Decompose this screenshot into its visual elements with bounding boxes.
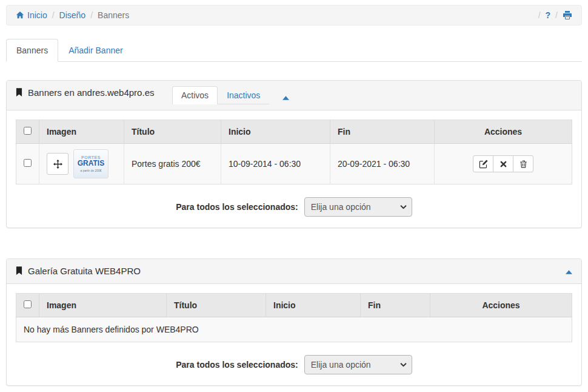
x-icon (500, 161, 507, 167)
panel-gallery-heading: Galería Gratuita WEB4PRO (7, 259, 581, 284)
breadcrumb-separator: / (90, 10, 93, 20)
main-tabs: Banners Añadir Banner (6, 39, 582, 62)
print-button[interactable] (563, 10, 572, 20)
panel-body: Imagen Título Inicio Fin Acciones No hay… (7, 284, 581, 385)
caret-up-icon (566, 270, 572, 274)
drag-handle[interactable] (47, 153, 68, 175)
breadcrumb-separator: / (52, 10, 55, 20)
collapse-button[interactable] (566, 266, 572, 276)
panel-body: Imagen Título Inicio Fin Acciones (7, 110, 581, 228)
column-header-acciones: Acciones (435, 120, 572, 144)
tab-banners[interactable]: Banners (6, 39, 58, 62)
column-header-imagen: Imagen (39, 293, 167, 317)
breadcrumb-label: Diseño (59, 10, 86, 20)
deactivate-button[interactable] (493, 155, 513, 172)
page: Inicio / Diseño / Banners / ? / Banners … (0, 0, 588, 391)
banners-table: Imagen Título Inicio Fin Acciones (16, 120, 572, 184)
bulk-actions-select-wrap: Elija una opción (304, 355, 412, 374)
bulk-actions-label: Para todos los seleccionados: (176, 202, 298, 212)
caret-up-icon (282, 96, 289, 100)
bulk-actions: Para todos los seleccionados: Elija una … (16, 355, 572, 374)
bulk-actions-select[interactable]: Elija una opción (304, 355, 412, 374)
header-checkbox-cell (16, 293, 39, 317)
bulk-actions-select[interactable]: Elija una opción (304, 197, 412, 217)
breadcrumb-item-inicio[interactable]: Inicio (16, 10, 47, 20)
row-title-cell: Portes gratis 200€ (124, 144, 221, 184)
select-all-checkbox[interactable] (24, 300, 32, 308)
breadcrumb-label: Inicio (27, 10, 47, 20)
thumbnail-text: a partir de 200€ (80, 169, 101, 172)
bookmark-icon (16, 266, 22, 275)
bulk-actions: Para todos los seleccionados: Elija una … (16, 197, 572, 217)
gallery-table: Imagen Título Inicio Fin Acciones No hay… (16, 293, 572, 342)
row-start-cell: 10-09-2014 - 06:30 (221, 144, 330, 184)
row-actions-cell (435, 144, 572, 184)
row-end-cell: 20-09-2021 - 06:30 (330, 144, 435, 184)
panel-title: Banners en andres.web4pro.es (16, 86, 166, 100)
header-checkbox-cell (16, 120, 39, 144)
bulk-actions-label: Para todos los seleccionados: (176, 360, 298, 370)
breadcrumb-item-diseno[interactable]: Diseño (59, 10, 86, 20)
empty-message: No hay más Banners definidos por WEB4PRO (16, 317, 572, 342)
edit-icon (479, 160, 488, 169)
column-header-inicio: Inicio (221, 120, 330, 144)
row-checkbox-cell (16, 144, 39, 184)
panel-active-banners: Banners en andres.web4pro.es Activos Ina… (6, 80, 582, 228)
table-header-row: Imagen Título Inicio Fin Acciones (16, 293, 572, 317)
banner-thumbnail[interactable]: PORTES GRATIS a partir de 200€ (73, 149, 109, 178)
panel-title: Galería Gratuita WEB4PRO (16, 265, 566, 278)
table-header-row: Imagen Título Inicio Fin Acciones (16, 120, 572, 144)
breadcrumb: Inicio / Diseño / Banners / ? / (6, 5, 582, 25)
panel-gallery: Galería Gratuita WEB4PRO Imagen Título I… (6, 259, 582, 386)
column-header-titulo: Título (167, 293, 266, 317)
subtab-inactivos[interactable]: Inactivos (218, 86, 269, 104)
edit-button[interactable] (473, 155, 493, 172)
printer-icon (563, 10, 572, 20)
help-button[interactable]: ? (546, 10, 551, 20)
empty-row: No hay más Banners definidos por WEB4PRO (16, 317, 572, 342)
column-header-inicio: Inicio (266, 293, 361, 317)
breadcrumb-separator: / (555, 10, 558, 20)
row-imagen-cell: PORTES GRATIS a partir de 200€ (39, 144, 124, 184)
delete-button[interactable] (513, 155, 533, 172)
trash-icon (520, 160, 527, 168)
column-header-fin: Fin (330, 120, 435, 144)
breadcrumb-item-banners: Banners (98, 10, 129, 20)
tab-anadir-banner[interactable]: Añadir Banner (58, 39, 133, 62)
status-subtabs: Activos Inactivos (172, 86, 269, 104)
bulk-actions-select-wrap: Elija una opción (304, 197, 412, 217)
column-header-titulo: Título (124, 120, 221, 144)
thumbnail-text: GRATIS (78, 160, 104, 167)
panel-title-text: Galería Gratuita WEB4PRO (28, 265, 141, 278)
subtab-activos[interactable]: Activos (172, 86, 218, 104)
column-header-fin: Fin (361, 293, 430, 317)
column-header-imagen: Imagen (39, 120, 124, 144)
row-checkbox[interactable] (24, 159, 32, 167)
collapse-button[interactable] (282, 92, 289, 102)
panel-title-text: Banners en andres.web4pro.es (28, 86, 154, 100)
column-header-acciones: Acciones (430, 293, 572, 317)
panel-active-banners-heading: Banners en andres.web4pro.es Activos Ina… (7, 81, 581, 110)
breadcrumb-separator: / (538, 10, 541, 20)
home-icon (16, 11, 24, 19)
select-all-checkbox[interactable] (24, 127, 32, 135)
table-row: PORTES GRATIS a partir de 200€ Portes gr… (16, 144, 572, 184)
bookmark-icon (16, 88, 22, 97)
move-icon (53, 160, 62, 169)
